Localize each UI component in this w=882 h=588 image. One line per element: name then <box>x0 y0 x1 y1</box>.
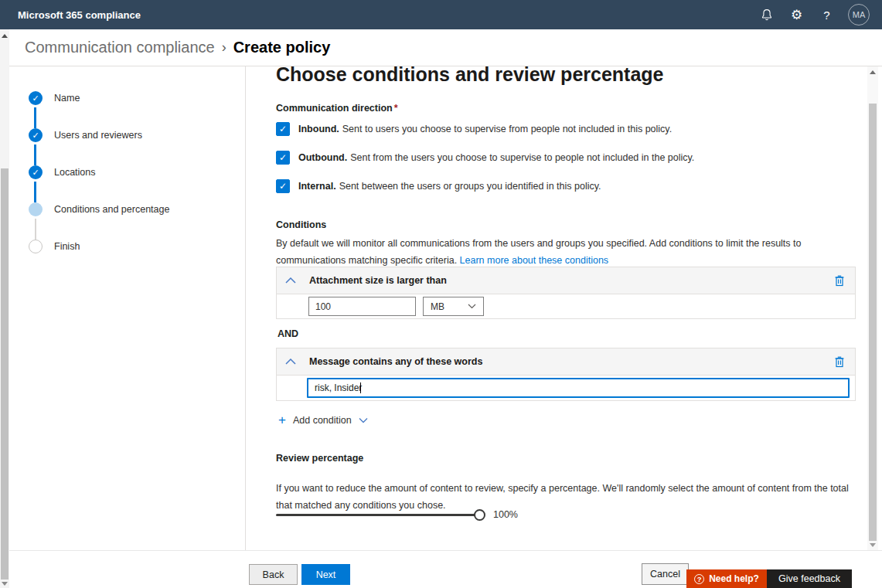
topbar-actions: ⚙ ? MA <box>751 0 876 29</box>
wizard-step-finish: Finish <box>29 240 80 253</box>
internal-checkbox[interactable]: ✓ <box>276 179 290 193</box>
question-circle-icon: ? <box>694 574 704 584</box>
option-description: Sent to users you choose to supervise fr… <box>342 124 672 134</box>
option-description: Sent between the users or groups you ide… <box>339 181 601 192</box>
wizard-step-locations[interactable]: ✓ Locations <box>29 165 96 179</box>
wizard-page-conditions: Choose conditions and review percentage … <box>246 66 867 550</box>
chevron-down-icon <box>468 304 476 309</box>
section-heading: Choose conditions and review percentage <box>276 63 664 86</box>
condition-card-attachment-size: Attachment size is larger than MB <box>276 267 856 319</box>
scroll-up-arrow-icon[interactable] <box>2 34 8 38</box>
help-icon[interactable]: ? <box>812 0 842 29</box>
outbound-checkbox[interactable]: ✓ <box>276 151 290 165</box>
delete-condition-trash-icon[interactable] <box>834 355 845 368</box>
option-name: Inbound. <box>298 124 339 134</box>
wizard-step-name[interactable]: ✓ Name <box>29 91 80 105</box>
step-upcoming-icon <box>29 240 43 253</box>
scrollbar-thumb[interactable] <box>1 168 9 580</box>
message-words-input[interactable] <box>307 378 850 398</box>
step-completed-check-icon: ✓ <box>29 91 43 105</box>
learn-more-link[interactable]: Learn more about these conditions <box>460 255 609 266</box>
breadcrumb-separator-icon: › <box>222 39 226 56</box>
chevron-down-icon <box>359 417 368 423</box>
footer-divider <box>9 550 882 551</box>
slider-thumb[interactable] <box>474 509 485 521</box>
collapse-chevron-up-icon[interactable] <box>285 277 301 284</box>
condition-card-header: Attachment size is larger than <box>277 267 855 294</box>
review-percentage-slider: 100% <box>276 508 518 521</box>
wizard-steps-sidebar: ✓ Name ✓ Users and reviewers ✓ Locations… <box>9 66 246 550</box>
app-title: Microsoft 365 compliance <box>18 9 141 21</box>
slider-track[interactable] <box>276 514 476 516</box>
required-asterisk: * <box>394 103 398 114</box>
condition-card-body <box>277 376 855 400</box>
option-name: Outbound. <box>298 152 347 163</box>
back-button[interactable]: Back <box>249 564 298 585</box>
content-scrollbar[interactable] <box>867 66 878 550</box>
scroll-up-arrow-icon[interactable] <box>870 70 876 74</box>
text-caret <box>360 382 361 393</box>
condition-card-header: Message contains any of these words <box>277 348 855 376</box>
give-feedback-button[interactable]: Give feedback <box>767 569 852 588</box>
checkbox-row-inbound: ✓ Inbound.Sent to users you choose to su… <box>276 122 672 136</box>
inbound-checkbox[interactable]: ✓ <box>276 122 290 136</box>
account-avatar[interactable]: MA <box>848 4 870 25</box>
next-button[interactable]: Next <box>301 564 350 585</box>
settings-gear-icon[interactable]: ⚙ <box>782 0 812 29</box>
step-completed-check-icon: ✓ <box>29 128 43 142</box>
cancel-button[interactable]: Cancel <box>642 563 689 585</box>
checkbox-row-outbound: ✓ Outbound.Sent from the users you choos… <box>276 151 694 165</box>
option-description: Sent from the users you choose to superv… <box>350 152 694 163</box>
breadcrumb: Communication compliance › Create policy <box>9 29 882 66</box>
checkbox-row-internal: ✓ Internal.Sent between the users or gro… <box>276 179 601 193</box>
breadcrumb-parent-link[interactable]: Communication compliance <box>25 39 215 56</box>
attachment-size-input[interactable] <box>308 297 416 316</box>
size-unit-select[interactable]: MB <box>423 297 484 316</box>
step-connector <box>34 107 36 128</box>
step-completed-check-icon: ✓ <box>29 165 43 179</box>
condition-title: Message contains any of these words <box>309 356 834 367</box>
wizard-step-users-and-reviewers[interactable]: ✓ Users and reviewers <box>29 128 142 142</box>
plus-icon: + <box>278 415 286 426</box>
condition-operator: AND <box>278 328 298 339</box>
conditions-label: Conditions <box>276 219 326 230</box>
scroll-down-arrow-icon[interactable] <box>870 543 876 547</box>
notifications-bell-icon[interactable] <box>751 0 782 29</box>
option-name: Internal. <box>298 181 336 192</box>
app-window: Microsoft 365 compliance ⚙ ? MA Communic… <box>0 0 882 588</box>
page-title: Create policy <box>233 39 331 56</box>
condition-card-message-words: Message contains any of these words <box>276 348 856 401</box>
condition-title: Attachment size is larger than <box>309 275 834 286</box>
step-connector <box>34 144 36 165</box>
step-current-icon <box>29 202 43 216</box>
left-scrollbar[interactable] <box>0 29 9 588</box>
step-connector <box>35 219 36 240</box>
communication-direction-label: Communication direction* <box>276 103 398 114</box>
top-app-bar: Microsoft 365 compliance ⚙ ? MA <box>0 0 882 29</box>
need-help-button[interactable]: ? Need help? <box>686 569 767 588</box>
conditions-description: By default we will monitor all communica… <box>276 235 857 269</box>
collapse-chevron-up-icon[interactable] <box>285 359 301 365</box>
review-percentage-label: Review percentage <box>276 453 363 464</box>
condition-card-body: MB <box>277 294 855 318</box>
selected-unit: MB <box>431 301 444 312</box>
scroll-down-arrow-icon[interactable] <box>2 582 8 586</box>
slider-value: 100% <box>493 509 518 520</box>
delete-condition-trash-icon[interactable] <box>834 274 845 287</box>
words-input-wrapper <box>307 378 850 398</box>
add-condition-button[interactable]: + Add condition <box>278 415 368 426</box>
step-connector <box>34 182 36 202</box>
scrollbar-thumb[interactable] <box>869 104 877 541</box>
wizard-step-conditions-and-percentage: Conditions and percentage <box>29 202 169 216</box>
